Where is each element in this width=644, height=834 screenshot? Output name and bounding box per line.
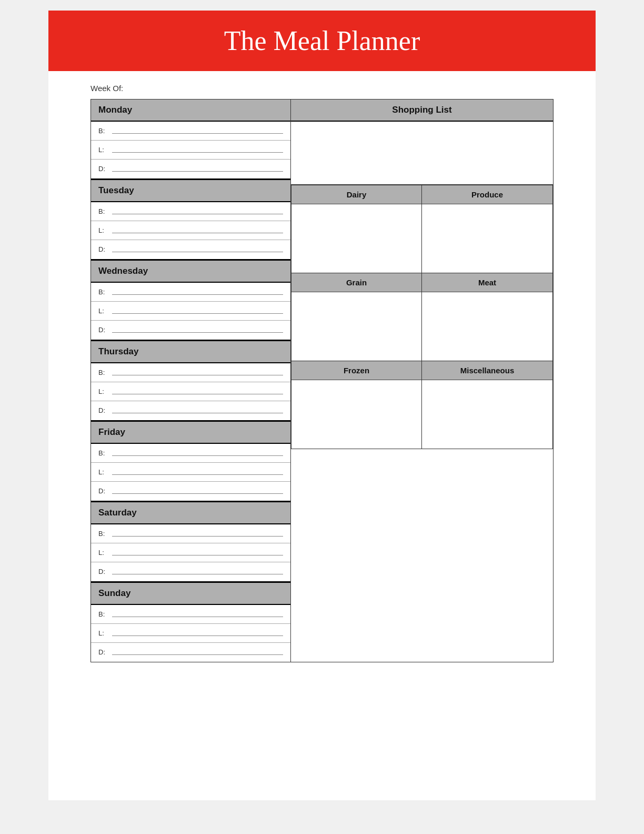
category-header: Meat — [422, 273, 552, 292]
meal-label: D: — [98, 244, 109, 253]
meal-row[interactable]: D: — [91, 401, 290, 420]
day-block-thursday: ThursdayB:L:D: — [91, 341, 290, 422]
shopping-category-grain: Grain — [291, 273, 422, 361]
category-header: Frozen — [291, 361, 421, 380]
meal-label: D: — [98, 647, 109, 656]
shopping-list: Shopping List DairyProduceGrainMeatFroze… — [290, 99, 554, 662]
meal-input-line — [112, 252, 283, 252]
meal-label: B: — [98, 609, 109, 618]
meal-label: D: — [98, 164, 109, 173]
meal-row[interactable]: B: — [91, 363, 290, 382]
meal-row[interactable]: D: — [91, 482, 290, 501]
meal-input-line — [112, 636, 283, 636]
day-header-thursday: Thursday — [91, 341, 290, 363]
meal-label: B: — [98, 448, 109, 457]
category-body[interactable] — [422, 204, 552, 273]
meal-label: D: — [98, 405, 109, 414]
meal-input-line — [112, 574, 283, 574]
meal-label: D: — [98, 567, 109, 575]
meal-row[interactable]: L: — [91, 302, 290, 321]
day-block-tuesday: TuesdayB:L:D: — [91, 180, 290, 261]
main-content: MondayB:L:D:TuesdayB:L:D:WednesdayB:L:D:… — [48, 99, 596, 662]
meal-row[interactable]: B: — [91, 202, 290, 221]
meal-label: L: — [98, 548, 109, 557]
meal-label: B: — [98, 529, 109, 538]
category-header: Grain — [291, 273, 421, 292]
category-body[interactable] — [422, 292, 552, 361]
day-block-friday: FridayB:L:D: — [91, 422, 290, 502]
meal-row[interactable]: L: — [91, 141, 290, 160]
meal-row[interactable]: L: — [91, 543, 290, 562]
meal-label: L: — [98, 467, 109, 476]
meal-label: B: — [98, 287, 109, 296]
day-block-saturday: SaturdayB:L:D: — [91, 502, 290, 583]
meal-label: L: — [98, 386, 109, 395]
meal-label: D: — [98, 325, 109, 334]
category-header: Produce — [422, 185, 552, 204]
category-body[interactable] — [291, 292, 421, 361]
meal-row[interactable]: B: — [91, 444, 290, 463]
meal-row[interactable]: D: — [91, 240, 290, 259]
meal-input-line — [112, 375, 283, 375]
shopping-list-top-area — [291, 122, 553, 185]
meal-row[interactable]: D: — [91, 562, 290, 581]
shopping-category-frozen: Frozen — [291, 361, 422, 449]
meal-row[interactable]: B: — [91, 283, 290, 302]
category-body[interactable] — [291, 204, 421, 273]
meal-label: L: — [98, 628, 109, 637]
meal-row[interactable]: L: — [91, 463, 290, 482]
meal-input-line — [112, 617, 283, 617]
day-header-friday: Friday — [91, 422, 290, 444]
category-header: Miscellaneous — [422, 361, 552, 380]
page: The Meal Planner Week Of: MondayB:L:D:Tu… — [48, 11, 596, 800]
meal-input-line — [112, 474, 283, 475]
meal-label: B: — [98, 368, 109, 376]
shopping-list-header: Shopping List — [291, 100, 553, 122]
day-header-monday: Monday — [91, 100, 290, 122]
shopping-category-produce: Produce — [422, 185, 553, 273]
meal-input-line — [112, 394, 283, 394]
meal-row[interactable]: L: — [91, 382, 290, 401]
meal-input-line — [112, 536, 283, 537]
header-banner: The Meal Planner — [48, 11, 596, 71]
meal-input-line — [112, 455, 283, 456]
day-header-saturday: Saturday — [91, 502, 290, 524]
meal-input-line — [112, 233, 283, 233]
week-of-label: Week Of: — [48, 84, 596, 99]
shopping-categories-grid: DairyProduceGrainMeatFrozenMiscellaneous — [291, 185, 553, 449]
meal-input-line — [112, 214, 283, 214]
meal-label: L: — [98, 145, 109, 154]
meal-input-line — [112, 152, 283, 153]
meal-row[interactable]: D: — [91, 321, 290, 340]
meal-row[interactable]: L: — [91, 624, 290, 643]
day-header-tuesday: Tuesday — [91, 180, 290, 202]
meal-row[interactable]: D: — [91, 160, 290, 178]
meal-row[interactable]: B: — [91, 122, 290, 141]
day-block-wednesday: WednesdayB:L:D: — [91, 261, 290, 341]
shopping-category-meat: Meat — [422, 273, 553, 361]
day-header-wednesday: Wednesday — [91, 261, 290, 283]
meal-row[interactable]: L: — [91, 221, 290, 240]
meal-input-line — [112, 313, 283, 314]
meal-input-line — [112, 493, 283, 494]
meal-label: B: — [98, 206, 109, 215]
meal-label: D: — [98, 486, 109, 495]
meal-row[interactable]: B: — [91, 524, 290, 543]
meal-input-line — [112, 133, 283, 134]
meal-input-line — [112, 171, 283, 172]
meal-input-line — [112, 654, 283, 655]
meal-input-line — [112, 413, 283, 413]
meal-label: L: — [98, 306, 109, 315]
page-title: The Meal Planner — [48, 25, 596, 56]
meal-input-line — [112, 332, 283, 333]
category-body[interactable] — [422, 380, 552, 449]
category-header: Dairy — [291, 185, 421, 204]
shopping-category-dairy: Dairy — [291, 185, 422, 273]
category-body[interactable] — [291, 380, 421, 449]
meal-input-line — [112, 294, 283, 295]
day-block-sunday: SundayB:L:D: — [91, 583, 290, 662]
meal-row[interactable]: B: — [91, 605, 290, 624]
meal-row[interactable]: D: — [91, 643, 290, 662]
meal-label: B: — [98, 126, 109, 135]
day-block-monday: MondayB:L:D: — [91, 100, 290, 180]
